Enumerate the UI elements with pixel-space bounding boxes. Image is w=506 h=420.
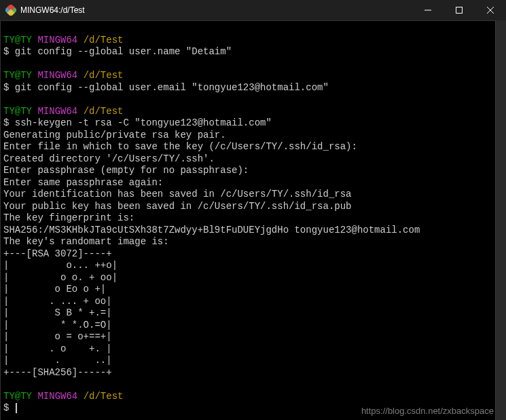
env: MINGW64: [37, 35, 77, 45]
user-host: TY@TY: [3, 35, 32, 45]
prompt-line: TY@TY MINGW64 /d/Test: [3, 391, 492, 403]
close-button[interactable]: [475, 0, 506, 20]
prompt-line: TY@TY MINGW64 /d/Test: [3, 106, 492, 118]
cwd: /d/Test: [84, 70, 124, 81]
blank-line: [3, 22, 492, 35]
output-line: Enter same passphrase again:: [3, 177, 492, 189]
prompt-line: TY@TY MINGW64 /d/Test: [3, 35, 492, 47]
user-host: TY@TY: [3, 70, 32, 81]
title-bar: MINGW64:/d/Test: [0, 0, 506, 20]
env: MINGW64: [37, 106, 77, 117]
scrollbar[interactable]: [495, 20, 506, 420]
window-controls: [412, 0, 506, 20]
output-line: Enter passphrase (empty for no passphras…: [3, 165, 492, 177]
command-line: $: [3, 402, 492, 415]
terminal-output[interactable]: TY@TY MINGW64 /d/Test$ git config --glob…: [0, 20, 495, 420]
output-line: +----[SHA256]-----+: [3, 367, 492, 379]
blank-line: [3, 58, 492, 71]
output-line: Generating public/private rsa key pair.: [3, 130, 492, 142]
output-line: | . ... + oo|: [3, 296, 492, 308]
cwd: /d/Test: [84, 391, 124, 402]
cwd: /d/Test: [84, 35, 124, 45]
cursor: [16, 403, 17, 413]
output-line: | . ..|: [3, 355, 492, 367]
output-line: | o Eo o +|: [3, 284, 492, 296]
window-title: MINGW64:/d/Test: [20, 5, 412, 15]
command-line: $ git config --global user.email "tongyu…: [3, 82, 492, 94]
minimize-button[interactable]: [412, 0, 444, 20]
output-line: | S B * +.=|: [3, 307, 492, 320]
blank-line: [3, 94, 492, 106]
output-line: The key fingerprint is:: [3, 212, 492, 225]
output-line: +---[RSA 3072]----+: [3, 248, 492, 261]
user-host: TY@TY: [3, 391, 32, 402]
output-line: Created directory '/c/Users/TY/.ssh'.: [3, 153, 492, 166]
maximize-button[interactable]: [444, 0, 475, 20]
command-line: $ ssh-keygen -t rsa -C "tongyue123@hotma…: [3, 117, 492, 130]
output-line: | * *.O.=O|: [3, 320, 492, 332]
output-line: Enter file in which to save the key (/c/…: [3, 141, 492, 153]
output-line: | o = o+==+|: [3, 331, 492, 343]
output-line: Your identification has been saved in /c…: [3, 189, 492, 201]
app-icon: [5, 5, 16, 16]
env: MINGW64: [37, 391, 77, 402]
output-line: Your public key has been saved in /c/Use…: [3, 201, 492, 213]
output-line: | o o. + oo|: [3, 272, 492, 284]
prompt-line: TY@TY MINGW64 /d/Test: [3, 70, 492, 82]
output-line: | o... ++o|: [3, 260, 492, 272]
command-line: $ git config --global user.name "Detaim": [3, 46, 492, 58]
blank-line: [3, 379, 492, 391]
cwd: /d/Test: [84, 106, 124, 117]
user-host: TY@TY: [3, 106, 32, 117]
env: MINGW64: [37, 70, 77, 81]
output-line: SHA256:/MS3KHbkJTa9cUtSXh38t7Zwdyy+Bl9tF…: [3, 225, 492, 237]
output-line: The key's randomart image is:: [3, 236, 492, 248]
svg-rect-5: [456, 7, 463, 14]
output-line: | . o +. |: [3, 343, 492, 356]
